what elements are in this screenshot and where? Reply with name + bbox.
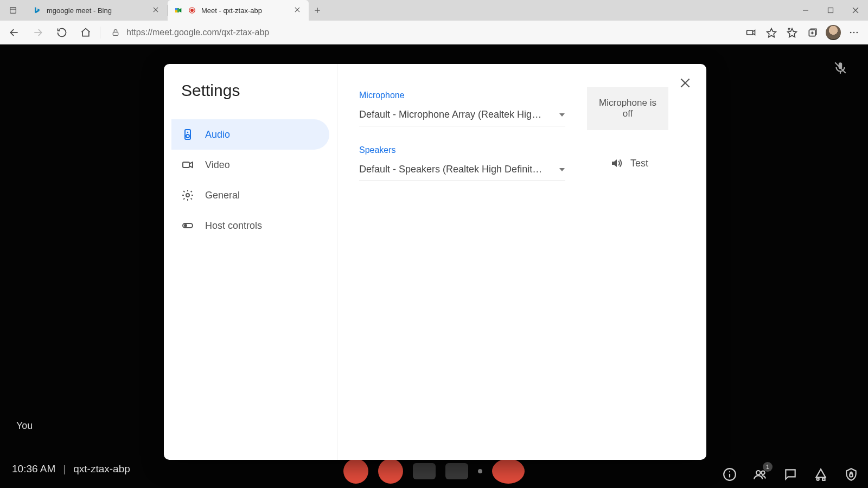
minimize-button[interactable] xyxy=(793,0,818,21)
microphone-value: Default - Microphone Array (Realtek High… xyxy=(359,109,544,120)
svg-rect-20 xyxy=(747,30,753,34)
meet-control-bar xyxy=(343,459,525,484)
participants-icon[interactable]: 1 xyxy=(753,467,767,481)
svg-point-28 xyxy=(850,31,852,33)
meeting-details-icon[interactable] xyxy=(723,467,737,481)
svg-point-46 xyxy=(186,194,189,197)
microphone-status: Microphone is off xyxy=(587,87,668,130)
chevron-down-icon xyxy=(559,112,565,118)
svg-point-44 xyxy=(187,132,189,133)
record-icon xyxy=(188,7,196,14)
url-text: https://meet.google.com/qxt-ztax-abp xyxy=(126,28,269,37)
svg-point-43 xyxy=(186,134,189,138)
svg-point-35 xyxy=(729,471,730,472)
close-icon[interactable] xyxy=(152,6,161,15)
svg-rect-41 xyxy=(850,474,852,477)
meet-viewport: You 10:36 AM | qxt-ztax-abp 1 Settings xyxy=(0,44,868,488)
chevron-down-icon xyxy=(559,166,565,173)
svg-point-8 xyxy=(190,9,194,12)
speaker-icon xyxy=(181,128,194,141)
settings-title: Settings xyxy=(181,81,329,100)
microphone-section: Microphone Default - Microphone Array (R… xyxy=(359,87,685,130)
profile-avatar[interactable] xyxy=(824,23,843,42)
tab-bing[interactable]: mgoogle meet - Bing xyxy=(26,0,167,21)
activities-icon[interactable] xyxy=(814,467,828,481)
divider xyxy=(100,27,100,38)
settings-dialog: Settings Audio Video General xyxy=(164,64,706,460)
meeting-code-text: qxt-ztax-abp xyxy=(73,463,130,475)
favorites-list-icon[interactable] xyxy=(782,23,802,42)
svg-rect-0 xyxy=(10,8,16,14)
speakers-section: Speakers Default - Speakers (Realtek Hig… xyxy=(359,145,685,181)
collections-icon[interactable] xyxy=(803,23,822,42)
captions-button[interactable] xyxy=(413,463,436,479)
settings-sidebar: Settings Audio Video General xyxy=(164,64,337,460)
nav-forward-button xyxy=(28,23,48,42)
svg-point-29 xyxy=(853,31,855,33)
toggle-icon xyxy=(181,219,194,232)
more-menu-icon[interactable] xyxy=(844,23,864,42)
svg-rect-6 xyxy=(175,10,177,12)
nav-host-controls[interactable]: Host controls xyxy=(171,210,329,241)
speakers-value: Default - Speakers (Realtek High Definit… xyxy=(359,164,544,175)
separator: | xyxy=(63,463,66,475)
camera-permission-icon[interactable] xyxy=(741,23,761,42)
svg-marker-53 xyxy=(612,159,617,167)
svg-marker-38 xyxy=(816,469,825,477)
close-icon[interactable] xyxy=(293,6,302,15)
test-label: Test xyxy=(630,158,648,169)
mic-muted-icon xyxy=(833,61,850,77)
self-video-label: You xyxy=(16,420,33,432)
nav-general-label: General xyxy=(205,190,240,201)
svg-rect-40 xyxy=(822,478,825,480)
chat-icon[interactable] xyxy=(783,467,797,481)
browser-tab-strip: mgoogle meet - Bing Meet - qxt-ztax-abp xyxy=(0,0,868,21)
svg-point-36 xyxy=(756,471,761,475)
tab-title: mgoogle meet - Bing xyxy=(47,7,146,15)
more-options-button[interactable] xyxy=(478,469,482,473)
settings-content: Microphone Default - Microphone Array (R… xyxy=(337,64,706,460)
nav-audio[interactable]: Audio xyxy=(171,119,329,150)
svg-rect-45 xyxy=(183,162,189,168)
present-button[interactable] xyxy=(445,463,468,479)
nav-back-button[interactable] xyxy=(4,23,24,42)
gear-icon xyxy=(181,189,194,202)
new-tab-button[interactable] xyxy=(309,0,326,21)
nav-video[interactable]: Video xyxy=(171,150,329,180)
nav-general[interactable]: General xyxy=(171,180,329,210)
refresh-button[interactable] xyxy=(52,23,72,42)
test-speakers-button[interactable]: Test xyxy=(610,157,648,170)
clock-text: 10:36 AM xyxy=(12,463,55,475)
google-meet-icon xyxy=(174,6,183,15)
svg-rect-14 xyxy=(828,8,833,13)
microphone-select[interactable]: Default - Microphone Array (Realtek High… xyxy=(359,106,565,126)
svg-marker-21 xyxy=(767,28,776,37)
tab-actions-icon[interactable] xyxy=(4,2,22,19)
svg-rect-19 xyxy=(113,32,118,35)
speakers-select[interactable]: Default - Speakers (Realtek High Definit… xyxy=(359,160,565,181)
home-button[interactable] xyxy=(76,23,95,42)
url-box[interactable]: https://meet.google.com/qxt-ztax-abp xyxy=(105,23,737,42)
maximize-button[interactable] xyxy=(818,0,843,21)
host-controls-icon[interactable] xyxy=(844,467,858,481)
nav-host-label: Host controls xyxy=(205,220,262,232)
toggle-mic-button[interactable] xyxy=(343,459,368,484)
volume-icon xyxy=(610,157,623,170)
bing-icon xyxy=(33,6,41,15)
toggle-camera-button[interactable] xyxy=(378,459,403,484)
address-bar: https://meet.google.com/qxt-ztax-abp xyxy=(0,21,868,44)
svg-marker-51 xyxy=(559,113,565,117)
svg-point-48 xyxy=(184,224,187,227)
leave-call-button[interactable] xyxy=(492,459,525,484)
nav-audio-label: Audio xyxy=(205,129,230,140)
svg-marker-52 xyxy=(559,168,565,171)
svg-rect-5 xyxy=(175,8,177,10)
svg-point-30 xyxy=(857,31,858,33)
close-dialog-button[interactable] xyxy=(678,76,693,91)
video-icon xyxy=(181,158,194,171)
close-window-button[interactable] xyxy=(843,0,868,21)
svg-point-39 xyxy=(816,478,819,480)
nav-video-label: Video xyxy=(205,159,230,171)
favorite-icon[interactable] xyxy=(762,23,781,42)
tab-meet[interactable]: Meet - qxt-ztax-abp xyxy=(168,0,309,21)
